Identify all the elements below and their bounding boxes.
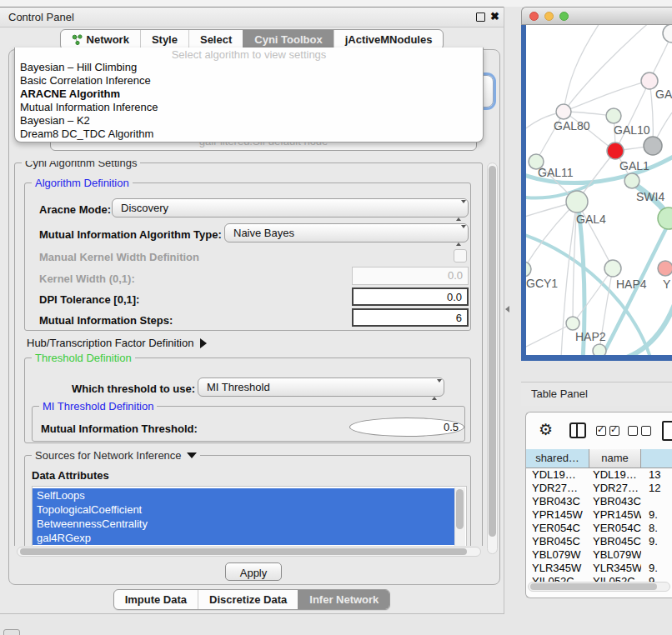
aracne-mode-combobox[interactable]: Discovery [112, 198, 469, 218]
table-cell[interactable]: YDR27… [589, 482, 641, 495]
dropdown-item[interactable]: Bayesian – Hill Climbing [15, 61, 483, 74]
table-row[interactable]: YBR045CYBR045C9. [526, 535, 672, 548]
tab-impute-data[interactable]: Impute Data [114, 590, 198, 609]
mi-algorithm-type-combobox[interactable]: Naive Bayes [224, 223, 469, 242]
network-node-y[interactable] [658, 261, 672, 276]
table-cell[interactable]: YBR043C [589, 495, 641, 508]
table-cell[interactable]: 9. [641, 535, 672, 548]
float-window-icon[interactable] [476, 12, 485, 22]
dropdown-item[interactable]: Mutual Information Inference [15, 101, 483, 114]
deselect-all-columns-icon[interactable] [628, 426, 651, 436]
table-cell[interactable]: YBL079W [526, 548, 589, 562]
table-row[interactable]: YPR145WYPR145W9. [526, 508, 672, 522]
hub-definition-toggle[interactable]: Hub/Transcription Factor Definition [27, 337, 207, 349]
dropdown-item[interactable]: Dream8 DC_TDC Algorithm [15, 128, 483, 141]
table-horizontal-scrollbar[interactable] [528, 582, 670, 592]
table-cell[interactable]: YER054C [589, 522, 641, 535]
close-button[interactable] [529, 12, 539, 21]
attribute-item[interactable]: TopologicalCoefficient [33, 502, 455, 517]
network-node[interactable] [658, 208, 672, 229]
table-cell[interactable]: YDL19… [589, 468, 641, 482]
tab-jactivemnodules[interactable]: jActiveMNodules [333, 30, 444, 49]
scrollbar-thumb[interactable] [530, 583, 657, 590]
column-header-shared-name[interactable]: shared… [526, 449, 589, 468]
table-cell[interactable]: 8. [641, 522, 672, 535]
minimized-panel-icon[interactable] [3, 629, 20, 635]
network-node-hap4[interactable] [604, 260, 621, 277]
attribute-item[interactable]: gal4RGexp [33, 531, 455, 545]
network-node[interactable] [593, 344, 606, 355]
table-cell[interactable]: 13 [641, 468, 672, 482]
network-node-swi4[interactable] [624, 173, 639, 188]
document-icon[interactable] [662, 421, 672, 441]
select-all-columns-icon[interactable] [596, 426, 619, 436]
mi-threshold-field[interactable]: 0.5 [349, 418, 464, 437]
table-cell[interactable]: YBR043C [526, 495, 589, 508]
table-cell[interactable]: YBR045C [589, 535, 641, 548]
panel-divider-handle[interactable] [505, 306, 509, 312]
zoom-button[interactable] [559, 12, 569, 21]
network-node-gal10[interactable] [606, 108, 621, 123]
close-icon[interactable]: ✖ [490, 10, 499, 22]
table-cell[interactable]: YDL19… [526, 468, 589, 482]
columns-icon[interactable] [569, 422, 586, 438]
dropdown-item[interactable]: Bayesian – K2 [15, 114, 483, 128]
attribute-item[interactable]: SelfLoops [33, 488, 455, 502]
table-cell[interactable] [641, 548, 672, 562]
network-node-gcy1[interactable] [526, 262, 531, 277]
network-node-gal[interactable] [641, 72, 658, 89]
network-node[interactable] [644, 137, 662, 155]
table-cell[interactable]: YLR345W [526, 562, 589, 575]
table-row[interactable]: YBR043CYBR043C [526, 495, 672, 508]
expand-triangle-icon[interactable] [200, 338, 207, 348]
gear-icon[interactable]: ⚙ [539, 420, 553, 439]
table-row[interactable]: YLR345WYLR345W9. [526, 562, 672, 575]
manual-kernel-width-checkbox[interactable] [454, 249, 467, 262]
table-cell[interactable]: YER054C [526, 522, 589, 535]
tab-style[interactable]: Style [140, 30, 188, 49]
table-cell[interactable]: YLR345W [589, 562, 641, 575]
table-cell[interactable]: YPR145W [589, 508, 641, 522]
which-threshold-combobox[interactable]: MI Threshold [198, 378, 444, 397]
network-canvas[interactable]: GALGAL80GAL10GAL1GAL11SWI4GAL4GCY1HAP4YH… [521, 25, 672, 361]
table-cell[interactable]: YPR145W [526, 508, 589, 522]
table-cell[interactable]: 9. [641, 508, 672, 522]
tab-select[interactable]: Select [188, 30, 243, 49]
attribute-list-scrollbar[interactable] [454, 488, 465, 546]
tab-infer-network[interactable]: Infer Network [298, 590, 389, 609]
network-window-titlebar[interactable] [521, 7, 672, 25]
network-node[interactable] [663, 25, 672, 42]
tab-network[interactable]: Network [61, 30, 140, 49]
scrollbar-thumb[interactable] [489, 166, 496, 537]
column-header-name[interactable]: name [589, 449, 641, 468]
attribute-item[interactable]: BetweennessCentrality [33, 517, 455, 531]
table-row[interactable]: YDR27…YDR27…12 [526, 482, 672, 495]
table-cell[interactable]: 12 [641, 482, 672, 495]
minimize-button[interactable] [544, 12, 554, 21]
settings-horizontal-scrollbar[interactable] [17, 547, 481, 557]
column-header-partial[interactable] [641, 449, 672, 468]
kernel-width-field[interactable]: 0.0 [352, 267, 469, 285]
scrollbar-thumb[interactable] [20, 548, 467, 555]
network-node-gal4[interactable] [566, 191, 588, 212]
table-cell[interactable]: YBR045C [526, 535, 589, 548]
table-cell[interactable]: YBL079W [589, 548, 641, 562]
collapse-triangle-icon[interactable] [187, 452, 197, 458]
table-cell[interactable] [641, 495, 672, 508]
scrollbar-thumb[interactable] [456, 489, 464, 529]
table-row[interactable]: YBL079WYBL079W [526, 548, 672, 562]
settings-vertical-scrollbar[interactable] [487, 162, 498, 554]
network-node-hap2[interactable] [566, 317, 579, 330]
dropdown-item[interactable]: Basic Correlation Inference [15, 74, 483, 88]
table-cell[interactable]: 9. [641, 562, 672, 575]
table-cell[interactable]: YDR27… [526, 482, 589, 495]
tab-cyni-toolbox[interactable]: Cyni Toolbox [243, 30, 333, 49]
dropdown-item-selected[interactable]: ARACNE Algorithm [15, 88, 483, 101]
mi-steps-field[interactable]: 6 [352, 308, 469, 327]
table-row[interactable]: YER054CYER054C8. [526, 522, 672, 535]
network-node-gal1[interactable] [607, 142, 624, 159]
dpi-tolerance-field[interactable]: 0.0 [352, 288, 469, 306]
sources-toggle[interactable]: Sources for Network Inference [32, 449, 200, 462]
tab-discretize-data[interactable]: Discretize Data [198, 590, 298, 609]
table-row[interactable]: YDL19…YDL19…13 [526, 468, 672, 482]
